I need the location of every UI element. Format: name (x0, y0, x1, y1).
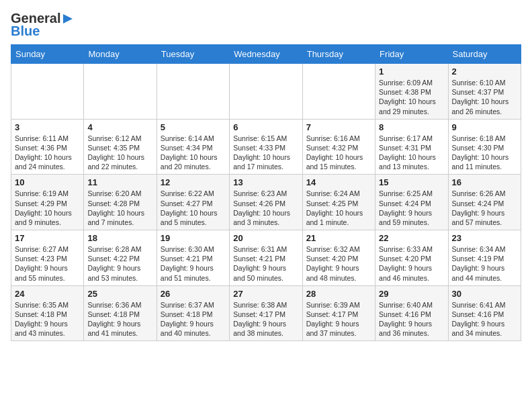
day-info: Sunrise: 6:35 AMSunset: 4:18 PMDaylight:… (15, 300, 80, 338)
day-number: 30 (452, 289, 517, 299)
calendar-cell: 5Sunrise: 6:14 AMSunset: 4:34 PMDaylight… (157, 119, 229, 175)
day-number: 20 (233, 233, 298, 243)
logo-arrow-icon (60, 11, 75, 26)
day-info: Sunrise: 6:40 AMSunset: 4:16 PMDaylight:… (379, 300, 444, 338)
calendar-cell: 22Sunrise: 6:33 AMSunset: 4:20 PMDayligh… (375, 230, 448, 286)
calendar-cell: 14Sunrise: 6:24 AMSunset: 4:25 PMDayligh… (302, 175, 375, 230)
day-number: 17 (15, 233, 80, 243)
calendar-header-saturday: Saturday (448, 45, 521, 64)
calendar-cell (157, 64, 229, 120)
calendar-table: SundayMondayTuesdayWednesdayThursdayFrid… (11, 44, 521, 341)
calendar-body: 1Sunrise: 6:09 AMSunset: 4:38 PMDaylight… (11, 64, 521, 341)
day-number: 3 (15, 122, 80, 132)
calendar-header-monday: Monday (84, 45, 157, 64)
calendar-cell: 1Sunrise: 6:09 AMSunset: 4:38 PMDaylight… (375, 64, 448, 120)
day-number: 16 (452, 177, 517, 187)
day-number: 19 (161, 233, 226, 243)
day-number: 21 (306, 233, 371, 243)
page-header: General Blue (11, 11, 521, 39)
day-number: 7 (306, 122, 371, 132)
day-number: 2 (452, 66, 517, 77)
day-number: 27 (233, 289, 298, 299)
day-info: Sunrise: 6:18 AMSunset: 4:30 PMDaylight:… (452, 134, 517, 172)
day-number: 18 (87, 233, 152, 243)
day-info: Sunrise: 6:19 AMSunset: 4:29 PMDaylight:… (15, 189, 80, 227)
day-number: 14 (306, 177, 371, 187)
calendar-cell: 11Sunrise: 6:20 AMSunset: 4:28 PMDayligh… (84, 175, 157, 230)
calendar-header-friday: Friday (375, 45, 448, 64)
day-number: 26 (161, 289, 226, 299)
day-info: Sunrise: 6:12 AMSunset: 4:35 PMDaylight:… (87, 134, 152, 172)
day-info: Sunrise: 6:16 AMSunset: 4:32 PMDaylight:… (306, 134, 371, 172)
calendar-cell: 18Sunrise: 6:28 AMSunset: 4:22 PMDayligh… (84, 230, 157, 286)
calendar-cell: 26Sunrise: 6:37 AMSunset: 4:18 PMDayligh… (157, 285, 229, 341)
day-info: Sunrise: 6:24 AMSunset: 4:25 PMDaylight:… (306, 189, 371, 227)
day-info: Sunrise: 6:30 AMSunset: 4:21 PMDaylight:… (161, 244, 226, 283)
calendar-header-tuesday: Tuesday (157, 45, 229, 64)
day-info: Sunrise: 6:17 AMSunset: 4:31 PMDaylight:… (379, 134, 444, 172)
svg-marker-0 (63, 14, 73, 24)
day-info: Sunrise: 6:32 AMSunset: 4:20 PMDaylight:… (306, 244, 371, 283)
day-info: Sunrise: 6:37 AMSunset: 4:18 PMDaylight:… (161, 300, 226, 338)
day-info: Sunrise: 6:09 AMSunset: 4:38 PMDaylight:… (379, 78, 444, 116)
day-info: Sunrise: 6:10 AMSunset: 4:37 PMDaylight:… (452, 78, 517, 116)
day-info: Sunrise: 6:26 AMSunset: 4:24 PMDaylight:… (452, 189, 517, 227)
day-number: 10 (15, 177, 80, 187)
day-number: 9 (452, 122, 517, 132)
calendar-cell: 29Sunrise: 6:40 AMSunset: 4:16 PMDayligh… (375, 285, 448, 341)
calendar-cell: 15Sunrise: 6:25 AMSunset: 4:24 PMDayligh… (375, 175, 448, 230)
calendar-cell: 8Sunrise: 6:17 AMSunset: 4:31 PMDaylight… (375, 119, 448, 175)
day-info: Sunrise: 6:28 AMSunset: 4:22 PMDaylight:… (87, 244, 152, 283)
day-info: Sunrise: 6:33 AMSunset: 4:20 PMDaylight:… (379, 244, 444, 283)
calendar-cell: 6Sunrise: 6:15 AMSunset: 4:33 PMDaylight… (230, 119, 302, 175)
logo-blue: Blue (11, 24, 40, 39)
calendar-week-row: 24Sunrise: 6:35 AMSunset: 4:18 PMDayligh… (11, 285, 521, 341)
day-number: 29 (379, 289, 444, 299)
calendar-week-row: 17Sunrise: 6:27 AMSunset: 4:23 PMDayligh… (11, 230, 521, 286)
calendar-header-thursday: Thursday (302, 45, 375, 64)
day-info: Sunrise: 6:39 AMSunset: 4:17 PMDaylight:… (306, 300, 371, 338)
calendar-cell: 3Sunrise: 6:11 AMSunset: 4:36 PMDaylight… (11, 119, 84, 175)
day-info: Sunrise: 6:36 AMSunset: 4:18 PMDaylight:… (87, 300, 152, 338)
day-info: Sunrise: 6:31 AMSunset: 4:21 PMDaylight:… (233, 244, 298, 283)
calendar-cell (230, 64, 302, 120)
calendar-cell: 12Sunrise: 6:22 AMSunset: 4:27 PMDayligh… (157, 175, 229, 230)
calendar-cell: 28Sunrise: 6:39 AMSunset: 4:17 PMDayligh… (302, 285, 375, 341)
calendar-cell: 7Sunrise: 6:16 AMSunset: 4:32 PMDaylight… (302, 119, 375, 175)
day-info: Sunrise: 6:41 AMSunset: 4:16 PMDaylight:… (452, 300, 517, 338)
day-number: 22 (379, 233, 444, 243)
day-number: 8 (379, 122, 444, 132)
day-info: Sunrise: 6:23 AMSunset: 4:26 PMDaylight:… (233, 189, 298, 227)
day-info: Sunrise: 6:22 AMSunset: 4:27 PMDaylight:… (161, 189, 226, 227)
day-info: Sunrise: 6:34 AMSunset: 4:19 PMDaylight:… (452, 244, 517, 283)
calendar-cell: 2Sunrise: 6:10 AMSunset: 4:37 PMDaylight… (448, 64, 521, 120)
day-info: Sunrise: 6:27 AMSunset: 4:23 PMDaylight:… (15, 244, 80, 283)
calendar-week-row: 10Sunrise: 6:19 AMSunset: 4:29 PMDayligh… (11, 175, 521, 230)
calendar-cell: 10Sunrise: 6:19 AMSunset: 4:29 PMDayligh… (11, 175, 84, 230)
calendar-cell: 13Sunrise: 6:23 AMSunset: 4:26 PMDayligh… (230, 175, 302, 230)
calendar-cell: 20Sunrise: 6:31 AMSunset: 4:21 PMDayligh… (230, 230, 302, 286)
calendar-cell: 24Sunrise: 6:35 AMSunset: 4:18 PMDayligh… (11, 285, 84, 341)
calendar-cell (302, 64, 375, 120)
calendar-header-sunday: Sunday (11, 45, 84, 64)
day-number: 6 (233, 122, 298, 132)
day-info: Sunrise: 6:14 AMSunset: 4:34 PMDaylight:… (161, 134, 226, 172)
day-number: 4 (87, 122, 152, 132)
calendar-week-row: 1Sunrise: 6:09 AMSunset: 4:38 PMDaylight… (11, 64, 521, 120)
calendar-cell (11, 64, 84, 120)
calendar-cell: 17Sunrise: 6:27 AMSunset: 4:23 PMDayligh… (11, 230, 84, 286)
day-number: 5 (161, 122, 226, 132)
calendar-cell: 19Sunrise: 6:30 AMSunset: 4:21 PMDayligh… (157, 230, 229, 286)
calendar-cell: 16Sunrise: 6:26 AMSunset: 4:24 PMDayligh… (448, 175, 521, 230)
day-info: Sunrise: 6:25 AMSunset: 4:24 PMDaylight:… (379, 189, 444, 227)
calendar-cell: 21Sunrise: 6:32 AMSunset: 4:20 PMDayligh… (302, 230, 375, 286)
day-number: 13 (233, 177, 298, 187)
day-number: 15 (379, 177, 444, 187)
day-number: 11 (87, 177, 152, 187)
calendar-header-wednesday: Wednesday (230, 45, 302, 64)
day-info: Sunrise: 6:11 AMSunset: 4:36 PMDaylight:… (15, 134, 80, 172)
calendar-cell: 25Sunrise: 6:36 AMSunset: 4:18 PMDayligh… (84, 285, 157, 341)
day-info: Sunrise: 6:38 AMSunset: 4:17 PMDaylight:… (233, 300, 298, 338)
day-info: Sunrise: 6:15 AMSunset: 4:33 PMDaylight:… (233, 134, 298, 172)
day-number: 23 (452, 233, 517, 243)
